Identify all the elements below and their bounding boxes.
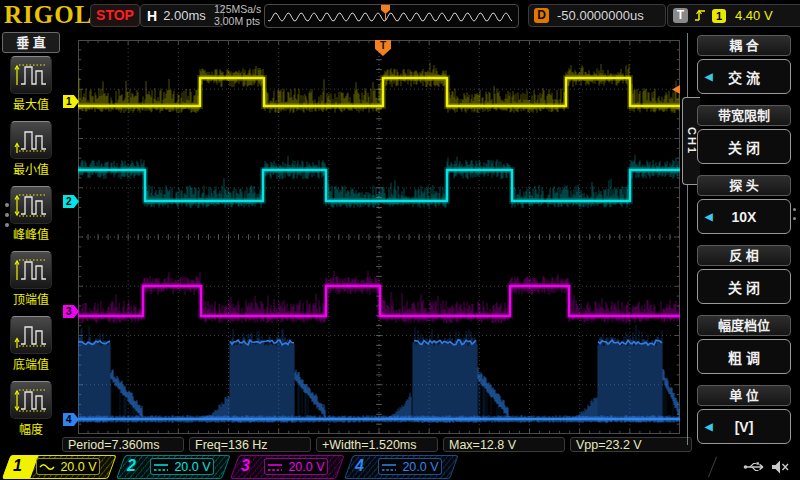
base-measure-icon <box>14 320 48 350</box>
acquisition-info: 125MSa/s 3.00M pts <box>214 3 261 27</box>
channel-scale-value: 20.0 V <box>288 460 324 474</box>
preview-waveform <box>266 6 515 26</box>
channel-4-offset-marker[interactable]: 4 <box>63 413 79 426</box>
pkpk-measure-icon <box>14 190 48 220</box>
channel-number: 3 <box>241 457 250 475</box>
amp-measure-icon <box>14 385 48 415</box>
channel-scale-box: 20.0 V <box>36 458 100 475</box>
page-dot <box>5 223 9 227</box>
brand-logo: RIGOL <box>4 1 92 29</box>
channel-2-status[interactable]: 220.0 V <box>116 455 222 479</box>
channel-2-offset-marker[interactable]: 2 <box>63 195 79 208</box>
trigger-badge: T <box>673 8 688 23</box>
sample-rate: 125MSa/s <box>214 3 261 15</box>
menu-group-title: 带宽限制 <box>697 105 791 126</box>
channel-3-status[interactable]: 320.0 V <box>230 455 336 479</box>
channel-1-offset-marker[interactable]: 1 <box>63 95 79 108</box>
measure-item-pkpk[interactable]: 峰峰值 <box>9 186 53 242</box>
menu-group-title: 耦 合 <box>697 35 791 56</box>
channel-4-status[interactable]: 420.0 V <box>344 455 450 479</box>
horizontal-timebase-box[interactable]: H 2.00ms <box>140 4 224 27</box>
pkpk-icon-button[interactable] <box>10 186 52 224</box>
channel-scale-box: 20.0 V <box>378 458 442 475</box>
menu-button-value: 粗 调 <box>728 347 760 367</box>
measure-item-label: 顶端值 <box>9 290 53 307</box>
channel-1-status[interactable]: 120.0 V <box>2 455 108 479</box>
channel-scale-value: 20.0 V <box>402 460 438 474</box>
memory-depth: 3.00M pts <box>214 15 261 27</box>
menu-group-title: 探 头 <box>697 175 791 196</box>
menu-group-5: 单 位◀[V] <box>697 385 791 444</box>
measure-item-label: 最大值 <box>9 95 53 112</box>
rising-edge-icon <box>693 8 707 23</box>
scope-graticule <box>78 40 680 434</box>
preview-trigger-stem <box>385 14 386 20</box>
menu-button-value: 10X <box>732 209 757 225</box>
channel-3-offset-marker[interactable]: 3 <box>63 305 79 318</box>
menu-button-value: 关 闭 <box>728 277 760 297</box>
page-dot <box>5 203 9 207</box>
channel-scale-box: 20.0 V <box>150 458 214 475</box>
waveform-display[interactable] <box>78 40 680 434</box>
max-measure-icon <box>14 60 48 90</box>
measurement-bar: Period=7.360msFreq=136 Hz+Width=1.520msM… <box>62 437 700 453</box>
measurement-3[interactable]: +Width=1.520ms <box>316 437 438 452</box>
menu-group-title: 幅度档位 <box>697 315 791 336</box>
base-icon-button[interactable] <box>10 316 52 354</box>
menu-button-5[interactable]: ◀[V] <box>697 409 791 444</box>
trigger-info-box[interactable]: T 1 4.40 V <box>667 4 800 27</box>
measure-item-label: 峰峰值 <box>9 225 53 242</box>
timebase-value: 2.00ms <box>163 8 206 23</box>
measurement-1[interactable]: Period=7.360ms <box>62 437 184 452</box>
delay-badge: D <box>534 8 549 23</box>
measure-item-label: 幅度 <box>9 420 53 437</box>
min-measure-icon <box>14 125 48 155</box>
channel-number: 2 <box>127 457 136 475</box>
menu-group-title: 单 位 <box>697 385 791 406</box>
measure-item-label: 最小值 <box>9 160 53 177</box>
channel-scale-value: 20.0 V <box>174 460 210 474</box>
channel-scale-value: 20.0 V <box>60 460 96 474</box>
menu-button-1[interactable]: 关 闭 <box>697 129 791 164</box>
horizontal-offset-box[interactable]: D -50.0000000us <box>528 4 666 27</box>
waveform-preview[interactable] <box>264 4 519 28</box>
menu-group-title: 反 相 <box>697 245 791 266</box>
menu-group-1: 带宽限制关 闭 <box>697 105 791 164</box>
channel-status-bar: 120.0 V220.0 V320.0 V420.0 V <box>0 454 800 480</box>
channel-scale-box: 20.0 V <box>264 458 328 475</box>
top-measure-icon <box>14 255 48 285</box>
measure-item-amp[interactable]: 幅度 <box>9 381 53 437</box>
measure-item-min[interactable]: 最小值 <box>9 121 53 177</box>
horizontal-offset-value: -50.0000000us <box>557 8 644 23</box>
measure-item-max[interactable]: 最大值 <box>9 56 53 112</box>
measure-item-label: 底端值 <box>9 355 53 372</box>
dial-arrow-icon: ◀ <box>705 211 713 222</box>
run-state-button[interactable]: STOP <box>90 4 140 27</box>
h-badge: H <box>147 8 157 24</box>
measurement-2[interactable]: Freq=136 Hz <box>189 437 311 452</box>
measurement-5[interactable]: Vpp=23.2 V <box>570 437 692 452</box>
oscilloscope-screen: RIGOL STOP H 2.00ms 125MSa/s 3.00M pts D… <box>0 0 800 480</box>
dc-coupling-icon <box>153 462 169 472</box>
dial-arrow-icon: ◀ <box>705 421 713 432</box>
dc-coupling-icon <box>381 462 397 472</box>
menu-button-4[interactable]: 粗 调 <box>697 339 791 374</box>
top-icon-button[interactable] <box>10 251 52 289</box>
trigger-level-value: 4.40 V <box>735 8 773 23</box>
menu-button-2[interactable]: ◀10X <box>697 199 791 234</box>
min-icon-button[interactable] <box>10 121 52 159</box>
menu-button-value: [V] <box>735 419 754 435</box>
max-icon-button[interactable] <box>10 56 52 94</box>
usb-icon <box>742 460 768 474</box>
measurement-4[interactable]: Max=12.8 V <box>443 437 565 452</box>
menu-button-3[interactable]: 关 闭 <box>697 269 791 304</box>
amp-icon-button[interactable] <box>10 381 52 419</box>
measure-item-top[interactable]: 顶端值 <box>9 251 53 307</box>
speaker-muted-icon <box>770 459 790 475</box>
channel-number: 1 <box>13 457 22 475</box>
measure-item-base[interactable]: 底端值 <box>9 316 53 372</box>
menu-group-0: 耦 合◀交 流 <box>697 35 791 94</box>
menu-button-0[interactable]: ◀交 流 <box>697 59 791 94</box>
menu-button-value: 交 流 <box>728 67 760 87</box>
left-menu-title: 垂 直 <box>2 32 60 53</box>
